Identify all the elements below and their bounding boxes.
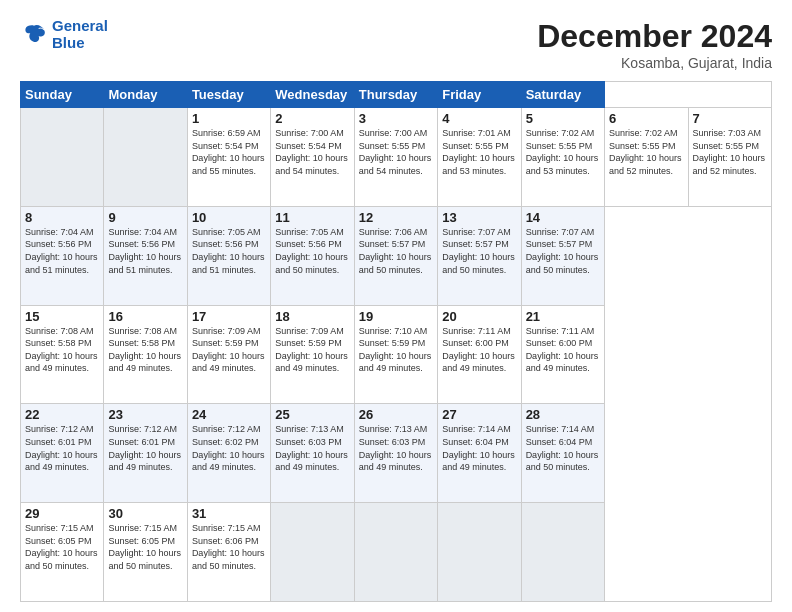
calendar-cell: 22Sunrise: 7:12 AMSunset: 6:01 PMDayligh… — [21, 404, 104, 503]
day-info: Sunrise: 7:09 AMSunset: 5:59 PMDaylight:… — [192, 325, 266, 375]
day-info: Sunrise: 7:07 AMSunset: 5:57 PMDaylight:… — [442, 226, 516, 276]
logo-text: General Blue — [52, 18, 108, 51]
day-number: 24 — [192, 407, 266, 422]
day-info: Sunrise: 7:13 AMSunset: 6:03 PMDaylight:… — [359, 423, 433, 473]
day-number: 7 — [693, 111, 768, 126]
calendar-cell: 6Sunrise: 7:02 AMSunset: 5:55 PMDaylight… — [605, 108, 688, 207]
calendar-cell: 14Sunrise: 7:07 AMSunset: 5:57 PMDayligh… — [521, 206, 604, 305]
day-number: 26 — [359, 407, 433, 422]
calendar-cell: 7Sunrise: 7:03 AMSunset: 5:55 PMDaylight… — [688, 108, 772, 207]
calendar-cell: 23Sunrise: 7:12 AMSunset: 6:01 PMDayligh… — [104, 404, 187, 503]
title-block: December 2024 Kosamba, Gujarat, India — [537, 18, 772, 71]
header: General Blue December 2024 Kosamba, Guja… — [20, 18, 772, 71]
day-number: 5 — [526, 111, 600, 126]
calendar-cell: 25Sunrise: 7:13 AMSunset: 6:03 PMDayligh… — [271, 404, 354, 503]
day-number: 23 — [108, 407, 182, 422]
day-info: Sunrise: 7:11 AMSunset: 6:00 PMDaylight:… — [442, 325, 516, 375]
calendar-cell: 15Sunrise: 7:08 AMSunset: 5:58 PMDayligh… — [21, 305, 104, 404]
day-info: Sunrise: 7:09 AMSunset: 5:59 PMDaylight:… — [275, 325, 349, 375]
day-info: Sunrise: 7:11 AMSunset: 6:00 PMDaylight:… — [526, 325, 600, 375]
calendar-cell: 8Sunrise: 7:04 AMSunset: 5:56 PMDaylight… — [21, 206, 104, 305]
day-info: Sunrise: 6:59 AMSunset: 5:54 PMDaylight:… — [192, 127, 266, 177]
calendar-cell — [271, 503, 354, 602]
day-number: 9 — [108, 210, 182, 225]
day-number: 19 — [359, 309, 433, 324]
day-number: 25 — [275, 407, 349, 422]
logo-icon — [20, 21, 48, 49]
day-number: 18 — [275, 309, 349, 324]
day-number: 28 — [526, 407, 600, 422]
calendar-cell-empty — [21, 108, 104, 207]
day-info: Sunrise: 7:00 AMSunset: 5:54 PMDaylight:… — [275, 127, 349, 177]
calendar-cell: 28Sunrise: 7:14 AMSunset: 6:04 PMDayligh… — [521, 404, 604, 503]
calendar-cell: 17Sunrise: 7:09 AMSunset: 5:59 PMDayligh… — [187, 305, 270, 404]
month-title: December 2024 — [537, 18, 772, 55]
day-number: 12 — [359, 210, 433, 225]
day-number: 6 — [609, 111, 683, 126]
day-number: 21 — [526, 309, 600, 324]
day-number: 2 — [275, 111, 349, 126]
calendar-cell: 13Sunrise: 7:07 AMSunset: 5:57 PMDayligh… — [438, 206, 521, 305]
calendar-cell — [521, 503, 604, 602]
day-number: 1 — [192, 111, 266, 126]
day-info: Sunrise: 7:00 AMSunset: 5:55 PMDaylight:… — [359, 127, 433, 177]
day-info: Sunrise: 7:14 AMSunset: 6:04 PMDaylight:… — [526, 423, 600, 473]
day-number: 14 — [526, 210, 600, 225]
page: General Blue December 2024 Kosamba, Guja… — [0, 0, 792, 612]
calendar-cell: 2Sunrise: 7:00 AMSunset: 5:54 PMDaylight… — [271, 108, 354, 207]
calendar-cell: 16Sunrise: 7:08 AMSunset: 5:58 PMDayligh… — [104, 305, 187, 404]
calendar-cell: 29Sunrise: 7:15 AMSunset: 6:05 PMDayligh… — [21, 503, 104, 602]
weekday-header-sunday: Sunday — [21, 82, 104, 108]
weekday-header-tuesday: Tuesday — [187, 82, 270, 108]
day-info: Sunrise: 7:10 AMSunset: 5:59 PMDaylight:… — [359, 325, 433, 375]
weekday-header-friday: Friday — [438, 82, 521, 108]
calendar-cell: 12Sunrise: 7:06 AMSunset: 5:57 PMDayligh… — [354, 206, 437, 305]
day-number: 8 — [25, 210, 99, 225]
day-info: Sunrise: 7:15 AMSunset: 6:06 PMDaylight:… — [192, 522, 266, 572]
weekday-header-monday: Monday — [104, 82, 187, 108]
day-number: 30 — [108, 506, 182, 521]
location: Kosamba, Gujarat, India — [537, 55, 772, 71]
day-info: Sunrise: 7:08 AMSunset: 5:58 PMDaylight:… — [25, 325, 99, 375]
calendar-cell: 19Sunrise: 7:10 AMSunset: 5:59 PMDayligh… — [354, 305, 437, 404]
weekday-header-saturday: Saturday — [521, 82, 604, 108]
logo-line2: Blue — [52, 34, 85, 51]
day-number: 11 — [275, 210, 349, 225]
calendar-cell: 5Sunrise: 7:02 AMSunset: 5:55 PMDaylight… — [521, 108, 604, 207]
day-number: 31 — [192, 506, 266, 521]
calendar-cell: 24Sunrise: 7:12 AMSunset: 6:02 PMDayligh… — [187, 404, 270, 503]
calendar-table: SundayMondayTuesdayWednesdayThursdayFrid… — [20, 81, 772, 602]
day-number: 27 — [442, 407, 516, 422]
day-info: Sunrise: 7:05 AMSunset: 5:56 PMDaylight:… — [192, 226, 266, 276]
day-info: Sunrise: 7:07 AMSunset: 5:57 PMDaylight:… — [526, 226, 600, 276]
logo: General Blue — [20, 18, 108, 51]
calendar-cell: 30Sunrise: 7:15 AMSunset: 6:05 PMDayligh… — [104, 503, 187, 602]
day-info: Sunrise: 7:08 AMSunset: 5:58 PMDaylight:… — [108, 325, 182, 375]
day-info: Sunrise: 7:06 AMSunset: 5:57 PMDaylight:… — [359, 226, 433, 276]
day-info: Sunrise: 7:04 AMSunset: 5:56 PMDaylight:… — [25, 226, 99, 276]
day-info: Sunrise: 7:13 AMSunset: 6:03 PMDaylight:… — [275, 423, 349, 473]
day-info: Sunrise: 7:12 AMSunset: 6:01 PMDaylight:… — [25, 423, 99, 473]
day-info: Sunrise: 7:15 AMSunset: 6:05 PMDaylight:… — [108, 522, 182, 572]
day-info: Sunrise: 7:02 AMSunset: 5:55 PMDaylight:… — [526, 127, 600, 177]
calendar-cell: 20Sunrise: 7:11 AMSunset: 6:00 PMDayligh… — [438, 305, 521, 404]
calendar-cell: 21Sunrise: 7:11 AMSunset: 6:00 PMDayligh… — [521, 305, 604, 404]
day-number: 15 — [25, 309, 99, 324]
day-info: Sunrise: 7:03 AMSunset: 5:55 PMDaylight:… — [693, 127, 768, 177]
calendar-cell: 3Sunrise: 7:00 AMSunset: 5:55 PMDaylight… — [354, 108, 437, 207]
day-info: Sunrise: 7:12 AMSunset: 6:02 PMDaylight:… — [192, 423, 266, 473]
day-info: Sunrise: 7:12 AMSunset: 6:01 PMDaylight:… — [108, 423, 182, 473]
logo-line1: General — [52, 17, 108, 34]
day-number: 22 — [25, 407, 99, 422]
day-info: Sunrise: 7:04 AMSunset: 5:56 PMDaylight:… — [108, 226, 182, 276]
calendar-cell: 27Sunrise: 7:14 AMSunset: 6:04 PMDayligh… — [438, 404, 521, 503]
day-info: Sunrise: 7:15 AMSunset: 6:05 PMDaylight:… — [25, 522, 99, 572]
calendar-cell: 9Sunrise: 7:04 AMSunset: 5:56 PMDaylight… — [104, 206, 187, 305]
day-number: 17 — [192, 309, 266, 324]
day-number: 13 — [442, 210, 516, 225]
calendar-cell: 11Sunrise: 7:05 AMSunset: 5:56 PMDayligh… — [271, 206, 354, 305]
weekday-header-wednesday: Wednesday — [271, 82, 354, 108]
day-info: Sunrise: 7:14 AMSunset: 6:04 PMDaylight:… — [442, 423, 516, 473]
calendar-cell: 10Sunrise: 7:05 AMSunset: 5:56 PMDayligh… — [187, 206, 270, 305]
calendar-cell — [354, 503, 437, 602]
